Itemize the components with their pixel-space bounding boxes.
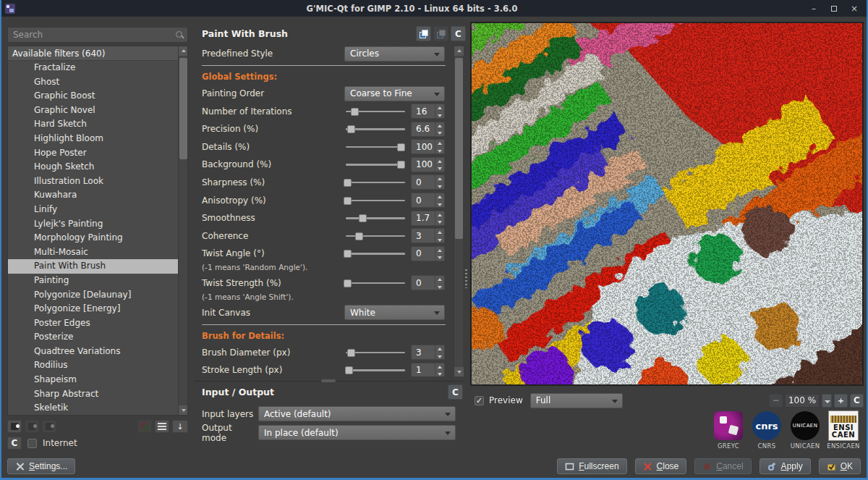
filter-item[interactable]: Skeletik	[8, 401, 187, 416]
param-select[interactable]: Coarse to Fine	[344, 86, 445, 101]
filter-item[interactable]: Hard Sketch	[8, 117, 187, 132]
ok-button[interactable]: OK	[819, 458, 861, 474]
slider-handle[interactable]	[359, 214, 367, 222]
refresh-filters-button[interactable]: C	[7, 437, 22, 450]
filter-item[interactable]: Morphology Painting	[8, 231, 187, 245]
filter-item[interactable]: Graphic Boost	[8, 89, 187, 104]
param-spinbox[interactable]: 3	[411, 345, 445, 360]
spin-up-icon[interactable]	[435, 276, 444, 283]
spin-up-icon[interactable]	[435, 140, 444, 147]
zoom-dropdown-button[interactable]	[822, 394, 832, 408]
filter-item[interactable]: Paint With Brush	[8, 259, 187, 274]
slider-track[interactable]	[346, 164, 405, 166]
copy-command-button[interactable]	[416, 26, 431, 41]
spin-down-icon[interactable]	[435, 182, 444, 190]
param-slider[interactable]	[346, 159, 405, 169]
spin-up-icon[interactable]	[435, 193, 444, 201]
param-spinbox[interactable]: 0	[411, 275, 445, 290]
param-spinbox[interactable]: 0	[411, 246, 445, 261]
param-slider[interactable]	[346, 213, 405, 223]
slider-handle[interactable]	[355, 232, 363, 240]
filter-item[interactable]: Ghost	[8, 75, 187, 90]
param-spinbox[interactable]: 3	[411, 228, 445, 243]
filter-item[interactable]: Shapeism	[8, 373, 187, 387]
io-reset-button[interactable]: C	[448, 384, 463, 400]
input-layers-select[interactable]: Active (default)	[258, 406, 456, 421]
slider-track[interactable]	[346, 200, 405, 202]
io-splitter[interactable]	[194, 381, 463, 382]
titlebar[interactable]: G'MIC-Qt for GIMP 2.10 - Linux 64 bits -…	[0, 0, 868, 17]
spin-down-icon[interactable]	[435, 218, 444, 225]
param-select[interactable]: Circles	[344, 46, 445, 62]
slider-handle[interactable]	[397, 161, 405, 169]
slider-handle[interactable]	[347, 125, 355, 133]
slider-handle[interactable]	[344, 179, 352, 187]
slider-track[interactable]	[346, 217, 405, 219]
filter-item[interactable]: Rodilius	[8, 358, 187, 373]
filter-item[interactable]: Highlight Bloom	[8, 132, 187, 146]
close-window-icon[interactable]: ×	[849, 4, 859, 14]
spin-down-icon[interactable]	[435, 129, 444, 136]
slider-handle[interactable]	[345, 366, 353, 374]
filter-item[interactable]: Graphic Novel	[8, 104, 187, 118]
param-slider[interactable]	[346, 231, 405, 241]
spin-up-icon[interactable]	[435, 363, 444, 371]
splitter-handle[interactable]	[465, 269, 467, 288]
filter-item[interactable]: Multi-Mosaic	[8, 245, 187, 260]
param-spinbox[interactable]: 0	[411, 193, 445, 208]
output-mode-select[interactable]: In place (default)	[258, 425, 456, 440]
spin-down-icon[interactable]	[435, 164, 444, 172]
scroll-down-icon[interactable]	[454, 367, 464, 376]
param-spinbox[interactable]: 0	[411, 174, 445, 190]
param-spinbox[interactable]: 1.7	[411, 211, 445, 226]
filter-item[interactable]: Fractalize	[8, 61, 187, 75]
scroll-down-icon[interactable]	[179, 405, 188, 415]
spin-up-icon[interactable]	[435, 158, 444, 165]
scroll-thumb[interactable]	[179, 58, 187, 159]
slider-handle[interactable]	[347, 349, 355, 357]
filter-item[interactable]: Quadtree Variations	[8, 345, 187, 359]
param-spinbox[interactable]: 100	[411, 157, 445, 172]
slider-track[interactable]	[346, 182, 405, 184]
spin-down-icon[interactable]	[435, 370, 444, 376]
preview-mode-select[interactable]: Full	[530, 393, 623, 408]
add-favorite-button[interactable]	[7, 420, 22, 433]
slider-track[interactable]	[346, 253, 405, 255]
filter-item[interactable]: Polygonize [Energy]	[8, 302, 187, 316]
filter-item[interactable]: Sharp Abstract	[8, 387, 187, 402]
param-spinbox[interactable]: 6.6	[411, 122, 445, 137]
minimize-icon[interactable]: –	[809, 4, 819, 14]
spin-up-icon[interactable]	[435, 211, 444, 219]
filter-list-scrollbar[interactable]	[178, 46, 187, 415]
slider-handle[interactable]	[351, 108, 359, 116]
search-icon[interactable]	[174, 30, 184, 40]
parameters-scrollbar[interactable]	[454, 46, 463, 376]
filter-item[interactable]: Painting	[8, 274, 187, 288]
spin-down-icon[interactable]	[435, 147, 444, 154]
spin-down-icon[interactable]	[435, 353, 444, 360]
reset-zoom-button[interactable]: C	[850, 394, 864, 408]
filter-item[interactable]: Kuwahara	[8, 188, 187, 203]
param-slider[interactable]	[346, 348, 405, 358]
tree-mode-button[interactable]	[155, 420, 169, 433]
param-slider[interactable]	[346, 124, 405, 134]
expand-collapse-button[interactable]: ↓	[172, 420, 188, 433]
slider-handle[interactable]	[344, 250, 352, 258]
param-slider[interactable]	[346, 142, 405, 152]
slider-handle[interactable]	[344, 197, 352, 205]
filter-item[interactable]: Hope Poster	[8, 146, 187, 161]
filter-list-header[interactable]: Available filters (640)	[8, 46, 187, 61]
param-select[interactable]: White	[344, 305, 445, 320]
spin-up-icon[interactable]	[435, 229, 444, 236]
filter-item[interactable]: Hough Sketch	[8, 160, 187, 174]
scroll-up-icon[interactable]	[179, 46, 188, 56]
spin-up-icon[interactable]	[435, 104, 444, 111]
param-spinbox[interactable]: 100	[411, 139, 445, 154]
param-spinbox[interactable]: 1	[411, 363, 445, 376]
reset-parameters-button[interactable]: C	[451, 26, 466, 41]
filter-item[interactable]: Linify	[8, 203, 187, 217]
filter-item[interactable]: Polygonize [Delaunay]	[8, 288, 187, 303]
fullscreen-button[interactable]: Fullscreen	[557, 458, 626, 474]
filter-item[interactable]: Lylejk's Painting	[8, 217, 187, 232]
param-spinbox[interactable]: 16	[411, 104, 445, 119]
